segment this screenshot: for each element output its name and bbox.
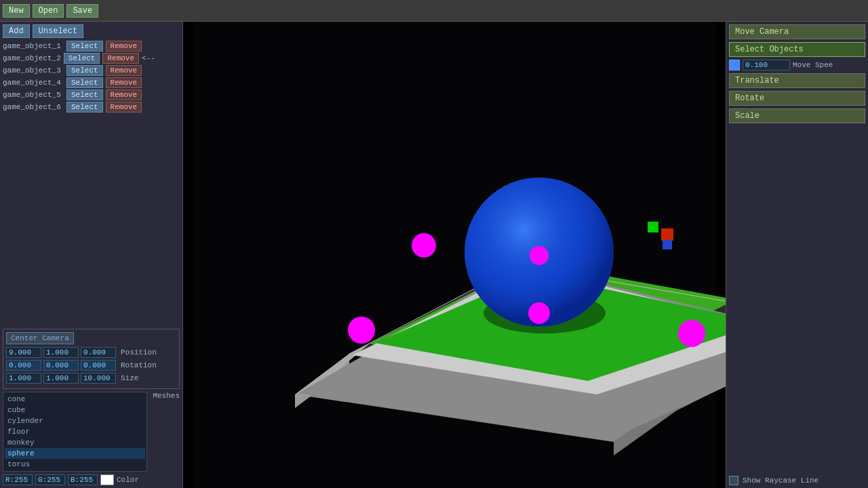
mesh-item-floor[interactable]: floor (5, 426, 145, 437)
position-x-input[interactable] (6, 347, 41, 358)
object-row-5: game_object_5 Select Remove (3, 89, 180, 100)
move-speed-input[interactable] (743, 60, 790, 70)
object-row-3: game_object_3 Select Remove (3, 65, 180, 76)
scene-svg (183, 22, 726, 488)
rotate-button[interactable]: Rotate (729, 91, 865, 106)
unselect-button[interactable]: Unselect (33, 24, 84, 38)
position-row: Position (6, 347, 176, 358)
select-btn-6[interactable]: Select (66, 102, 103, 113)
meshes-panel: cone cube cylender floor monkey sphere t… (3, 392, 180, 472)
move-speed-row: Move Spee (729, 60, 865, 70)
color-row: Color (3, 474, 180, 485)
object-row-4: game_object_4 Select Remove (3, 77, 180, 88)
open-button[interactable]: Open (33, 4, 64, 18)
move-camera-button[interactable]: Move Camera (729, 24, 865, 39)
rotation-z-input[interactable] (81, 360, 116, 371)
scale-button[interactable]: Scale (729, 108, 865, 123)
new-button[interactable]: New (3, 4, 30, 18)
size-y-input[interactable] (43, 373, 79, 384)
objects-header: Add Unselect (3, 24, 180, 38)
add-button[interactable]: Add (3, 24, 30, 38)
object-name-3: game_object_3 (3, 66, 64, 75)
mesh-item-monkey[interactable]: monkey (5, 437, 145, 448)
raycast-label: Show Raycase Line (743, 476, 818, 485)
size-z-input[interactable] (81, 373, 116, 384)
rotation-x-input[interactable] (6, 360, 41, 371)
selected-arrow: <-- (142, 54, 180, 62)
rotation-y-input[interactable] (43, 360, 79, 371)
size-row: Size (6, 373, 176, 384)
rotation-label: Rotation (121, 361, 157, 369)
remove-btn-1[interactable]: Remove (106, 41, 142, 52)
remove-btn-2[interactable]: Remove (102, 53, 139, 64)
svg-rect-19 (648, 222, 658, 232)
meshes-list: cone cube cylender floor monkey sphere t… (3, 392, 147, 472)
remove-btn-5[interactable]: Remove (106, 89, 142, 100)
left-panel: Add Unselect game_object_1 Select Remove… (0, 22, 183, 488)
select-btn-2[interactable]: Select (64, 53, 100, 64)
select-objects-button[interactable]: Select Objects (729, 42, 865, 57)
object-name-2: game_object_2 (3, 54, 61, 62)
svg-point-16 (528, 302, 550, 324)
viewport[interactable] (183, 22, 726, 488)
color-swatch[interactable] (100, 474, 114, 485)
object-name-6: game_object_6 (3, 103, 64, 111)
svg-point-15 (412, 233, 436, 258)
meshes-label: Meshes (153, 392, 180, 472)
object-name-4: game_object_4 (3, 79, 64, 87)
main-layout: Add Unselect game_object_1 Select Remove… (0, 22, 868, 488)
translate-button[interactable]: Translate (729, 73, 865, 88)
color-g-input[interactable] (35, 474, 65, 485)
svg-rect-20 (661, 228, 673, 241)
select-btn-3[interactable]: Select (66, 65, 103, 76)
camera-title: Center Camera (6, 332, 74, 344)
save-button[interactable]: Save (66, 4, 98, 18)
position-label: Position (121, 348, 157, 357)
position-z-input[interactable] (81, 347, 116, 358)
remove-btn-4[interactable]: Remove (106, 77, 142, 88)
remove-btn-3[interactable]: Remove (106, 65, 142, 76)
svg-point-18 (678, 320, 705, 347)
select-btn-5[interactable]: Select (66, 89, 103, 100)
object-row-2: game_object_2 Select Remove <-- (3, 53, 180, 64)
mesh-item-cylender[interactable]: cylender (5, 415, 145, 426)
color-b-input[interactable] (68, 474, 98, 485)
mesh-item-sphere[interactable]: sphere (5, 448, 145, 459)
size-label: Size (121, 374, 138, 382)
toolbar: New Open Save (0, 0, 868, 22)
position-y-input[interactable] (43, 347, 79, 358)
mesh-item-cone[interactable]: cone (5, 394, 145, 405)
raycast-checkbox[interactable] (729, 476, 738, 485)
select-btn-1[interactable]: Select (66, 41, 103, 52)
object-row-1: game_object_1 Select Remove (3, 41, 180, 52)
select-btn-4[interactable]: Select (66, 77, 103, 88)
object-name-5: game_object_5 (3, 91, 64, 99)
remove-btn-6[interactable]: Remove (106, 102, 142, 113)
speed-color-box (729, 60, 740, 70)
raycast-row: Show Raycase Line (729, 476, 865, 485)
mesh-item-torus[interactable]: torus (5, 459, 145, 470)
move-speed-label: Move Spee (793, 61, 833, 69)
svg-rect-21 (663, 240, 672, 249)
right-panel: Move Camera Select Objects Move Spee Tra… (726, 22, 868, 488)
size-x-input[interactable] (6, 373, 41, 384)
object-row-6: game_object_6 Select Remove (3, 102, 180, 113)
object-name-1: game_object_1 (3, 42, 64, 50)
svg-point-17 (348, 317, 375, 344)
color-label: Color (117, 476, 139, 484)
color-r-input[interactable] (3, 474, 33, 485)
mesh-item-cube[interactable]: cube (5, 405, 145, 415)
camera-panel: Center Camera Position Rotation Size (3, 329, 180, 389)
rotation-row: Rotation (6, 360, 176, 371)
svg-point-14 (530, 246, 549, 265)
